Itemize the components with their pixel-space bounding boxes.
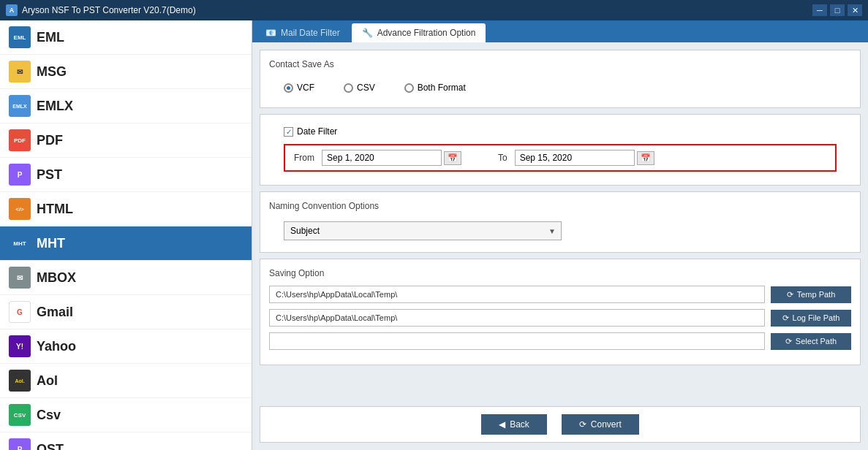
date-filter-checkbox[interactable]: ✓ <box>284 127 293 137</box>
naming-convention-title: Naming Convention Options <box>269 201 851 211</box>
saving-row-3: ⟳ Select Path <box>269 332 851 350</box>
to-date-group: 📅 <box>515 150 654 166</box>
contact-save-options: VCF CSV Both Format <box>269 77 851 99</box>
sidebar-label-html: HTML <box>37 202 73 217</box>
both-format-radio[interactable]: Both Format <box>404 83 466 93</box>
saving-option-panel: Saving Option ⟳ Temp Path ⟳ Log File Pat… <box>260 259 861 365</box>
both-radio-circle <box>404 83 414 93</box>
sidebar-item-aol[interactable]: Aol.Aol <box>0 364 252 398</box>
close-button[interactable]: ✕ <box>848 4 862 16</box>
window-controls: ─ □ ✕ <box>812 4 862 16</box>
sidebar-item-msg[interactable]: ✉MSG <box>0 55 252 89</box>
sidebar-label-ost: OST <box>37 442 64 451</box>
sidebar-label-csv: Csv <box>37 408 61 423</box>
sidebar-icon-csv: CSV <box>9 404 31 426</box>
sync-icon-2: ⟳ <box>782 313 789 323</box>
sidebar-label-mbox: MBOX <box>37 270 76 286</box>
sidebar-item-emlx[interactable]: EMLXEMLX <box>0 89 252 123</box>
sidebar-item-eml[interactable]: EMLEML <box>0 20 252 55</box>
from-date-group: 📅 <box>322 150 461 166</box>
tab-maildate[interactable]: 📧 Mail Date Filter <box>255 23 350 42</box>
log-path-input[interactable] <box>269 309 765 327</box>
minimize-button[interactable]: ─ <box>812 4 827 16</box>
sidebar-icon-ost: P <box>9 438 31 450</box>
mail-icon: 📧 <box>265 28 276 38</box>
sidebar-icon-gmail: G <box>9 301 31 323</box>
contact-save-panel: Contact Save As VCF CSV Both Format <box>260 50 861 108</box>
sidebar-item-yahoo[interactable]: Y!Yahoo <box>0 329 252 364</box>
sidebar-icon-mbox: ✉ <box>9 267 31 289</box>
csv-radio-circle <box>344 83 353 93</box>
sidebar-label-aol: Aol <box>37 373 58 389</box>
to-label: To <box>498 153 507 163</box>
date-range-box: From 📅 To 📅 <box>284 144 837 172</box>
sidebar-item-html[interactable]: </>HTML <box>0 192 252 226</box>
sidebar-label-gmail: Gmail <box>37 305 73 320</box>
sidebar-item-csv[interactable]: CSVCsv <box>0 398 252 432</box>
naming-row: SubjectDateFromToSubject+Date <box>269 218 851 243</box>
sidebar-label-yahoo: Yahoo <box>37 339 76 354</box>
sidebar-label-pdf: PDF <box>37 133 63 148</box>
date-filter-checkbox-label[interactable]: ✓ Date Filter <box>284 126 337 137</box>
right-content: 📧 Mail Date Filter 🔧 Advance Filtration … <box>252 20 868 450</box>
sidebar-label-eml: EML <box>37 30 64 45</box>
to-date-input[interactable] <box>515 150 635 166</box>
sidebar-item-pdf[interactable]: PDFPDF <box>0 123 252 158</box>
sidebar-icon-yahoo: Y! <box>9 335 31 357</box>
sidebar-icon-emlx: EMLX <box>9 95 31 117</box>
sidebar-item-mht[interactable]: MHTMHT <box>0 226 252 261</box>
sidebar-icon-mht: MHT <box>9 232 31 254</box>
date-filter-panel: ✓ Date Filter From 📅 To 📅 <box>260 114 861 186</box>
naming-select-wrapper: SubjectDateFromToSubject+Date <box>284 221 562 240</box>
sidebar-item-ost[interactable]: POST <box>0 432 252 450</box>
sidebar-label-emlx: EMLX <box>37 99 73 114</box>
to-calendar-button[interactable]: 📅 <box>637 151 654 165</box>
title-bar: A Aryson NSF To PST Converter V20.7(Demo… <box>0 0 868 20</box>
sync-icon-1: ⟳ <box>787 290 793 300</box>
back-button[interactable]: ◀ Back <box>481 414 547 435</box>
tab-bar: 📧 Mail Date Filter 🔧 Advance Filtration … <box>252 20 868 42</box>
from-date-input[interactable] <box>322 150 442 166</box>
convert-button[interactable]: ⟳ Convert <box>562 414 639 435</box>
sidebar-item-mbox[interactable]: ✉MBOX <box>0 261 252 295</box>
from-calendar-button[interactable]: 📅 <box>444 151 461 165</box>
csv-radio[interactable]: CSV <box>344 83 375 93</box>
sidebar-icon-msg: ✉ <box>9 61 31 83</box>
from-label: From <box>294 153 314 163</box>
convert-icon: ⟳ <box>579 419 586 430</box>
sidebar-label-msg: MSG <box>37 64 67 80</box>
vcf-radio-circle <box>284 83 293 93</box>
sidebar-icon-html: </> <box>9 198 31 220</box>
sidebar-icon-pst: P <box>9 164 31 186</box>
maximize-button[interactable]: □ <box>830 4 845 16</box>
vcf-radio[interactable]: VCF <box>284 83 314 93</box>
sidebar-icon-pdf: PDF <box>9 129 31 151</box>
naming-select[interactable]: SubjectDateFromToSubject+Date <box>284 221 562 240</box>
contact-save-title: Contact Save As <box>269 59 851 69</box>
saving-option-title: Saving Option <box>269 268 851 278</box>
filter-icon: 🔧 <box>362 28 373 38</box>
sidebar-label-pst: PST <box>37 167 62 183</box>
sidebar-label-mht: MHT <box>37 236 65 251</box>
sync-icon-3: ⟳ <box>785 337 792 346</box>
bottom-bar: ◀ Back ⟳ Convert <box>260 406 861 443</box>
select-path-button[interactable]: ⟳ Select Path <box>771 333 851 350</box>
sidebar-item-pst[interactable]: PPST <box>0 158 252 192</box>
content-area: Contact Save As VCF CSV Both Format <box>252 42 868 406</box>
tab-advance[interactable]: 🔧 Advance Filtration Option <box>352 23 486 42</box>
temp-path-button[interactable]: ⟳ Temp Path <box>771 286 851 303</box>
sidebar-item-gmail[interactable]: GGmail <box>0 295 252 329</box>
app-icon: A <box>6 4 18 16</box>
naming-convention-panel: Naming Convention Options SubjectDateFro… <box>260 191 861 253</box>
log-file-path-button[interactable]: ⟳ Log File Path <box>771 310 851 327</box>
select-path-input[interactable] <box>269 332 765 350</box>
app-title: Aryson NSF To PST Converter V20.7(Demo) <box>22 5 196 15</box>
sidebar-icon-aol: Aol. <box>9 370 31 392</box>
date-filter-header: ✓ Date Filter <box>269 123 851 140</box>
back-icon: ◀ <box>499 419 505 430</box>
sidebar-icon-eml: EML <box>9 26 31 48</box>
temp-path-input[interactable] <box>269 286 765 303</box>
saving-row-2: ⟳ Log File Path <box>269 309 851 327</box>
sidebar: EMLEML✉MSGEMLXEMLXPDFPDFPPST</>HTMLMHTMH… <box>0 20 252 450</box>
saving-row-1: ⟳ Temp Path <box>269 286 851 303</box>
